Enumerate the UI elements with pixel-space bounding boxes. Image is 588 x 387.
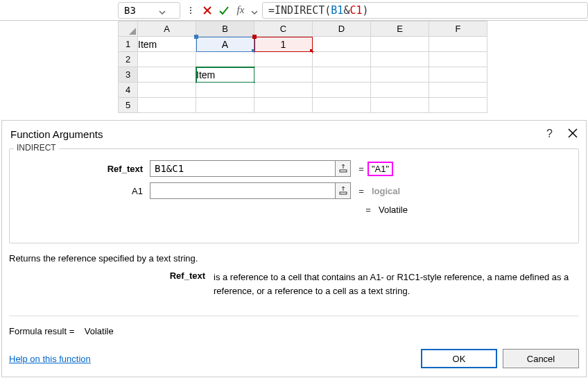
arg1-result: "A1" [369,163,392,175]
fx-icon[interactable]: fx [234,4,247,17]
collapse-dialog-icon[interactable] [335,183,350,198]
arg-description: Ref_text is a reference to a cell that c… [9,270,579,298]
formula-fn: INDIRECT [275,4,325,17]
cell-C3[interactable] [254,67,313,83]
arg1-input-wrap [150,160,351,177]
volatile-result: Volatile [379,205,408,215]
cancel-button[interactable]: Cancel [503,349,579,368]
cell-E2[interactable] [371,52,429,67]
cell-A2[interactable] [138,52,196,67]
cell-F5[interactable] [429,98,487,113]
cell-D3[interactable] [313,67,371,83]
formula-arg-b1: B1 [331,4,343,17]
divider [9,316,579,316]
cell-C5[interactable] [254,98,313,113]
cell-D2[interactable] [313,52,371,67]
fieldset-legend: INDIRECT [14,143,59,153]
cell-C4[interactable] [254,83,313,98]
cell-C1[interactable]: 1 [254,37,313,52]
arg-desc-text: is a reference to a cell that contains a… [214,270,579,298]
svg-rect-6 [340,192,347,194]
arg-row-ref-text: Ref_text = "A1" [18,160,570,177]
help-icon[interactable]: ? [546,128,553,140]
cell-E5[interactable] [371,98,429,113]
cell-B5[interactable] [196,98,254,113]
arg2-input-wrap [150,182,351,199]
svg-rect-4 [340,170,347,172]
arg2-input[interactable] [150,183,335,198]
function-arguments-dialog: Function Arguments ? INDIRECT Ref_text =… [1,120,587,377]
cell-F2[interactable] [429,52,487,67]
row-header-1[interactable]: 1 [119,37,138,52]
equals-sign: = [358,205,379,215]
col-header-E[interactable]: E [371,22,429,37]
name-box[interactable] [124,5,159,16]
arg2-label: A1 [18,186,150,196]
chevron-down-icon[interactable] [159,7,166,14]
cell-D5[interactable] [313,98,371,113]
col-header-C[interactable]: C [254,22,313,37]
collapse-dialog-icon[interactable] [335,161,350,176]
chevron-down-icon[interactable] [251,7,258,14]
cancel-x-icon[interactable] [201,4,214,17]
accept-check-icon[interactable] [218,4,230,17]
formula-arg-c1: C1 [349,4,362,17]
col-header-D[interactable]: D [313,22,371,37]
cell-F4[interactable] [429,83,487,98]
cell-E1[interactable] [371,37,429,52]
row-header-4[interactable]: 4 [119,83,138,98]
row-header-5[interactable]: 5 [119,98,138,113]
col-header-F[interactable]: F [429,22,487,37]
cell-B2[interactable] [196,52,254,67]
formula-result: Formula result = Volatile [9,326,586,336]
cell-A5[interactable] [138,98,196,113]
name-box-wrap[interactable] [118,2,180,19]
col-header-A[interactable]: A [138,22,196,37]
row-header-3[interactable]: 3 [119,67,138,83]
cell-A4[interactable] [138,83,196,98]
cell-A1[interactable]: Item [138,37,196,52]
cell-F3[interactable] [429,67,487,83]
formula-eq: = [268,4,275,17]
cell-C2[interactable] [254,52,313,67]
equals-sign: = [351,186,372,196]
dialog-titlebar: Function Arguments ? [2,121,586,144]
volatile-row: = Volatile [18,205,570,215]
formula-input[interactable]: = INDIRECT ( B1 & C1 ) [262,2,588,19]
vertical-dots-icon[interactable] [184,4,197,17]
help-link[interactable]: Help on this function [9,354,415,364]
select-all-corner[interactable] [119,22,138,37]
arg1-label: Ref_text [18,164,150,174]
cell-B4[interactable] [196,83,254,98]
cell-B3[interactable]: Item [196,67,254,83]
dialog-title: Function Arguments [10,128,546,140]
arg2-result: logical [372,186,400,196]
cell-A3[interactable] [138,67,196,83]
cell-D1[interactable] [313,37,371,52]
arg1-input[interactable] [150,161,335,176]
cell-D4[interactable] [313,83,371,98]
cell-E4[interactable] [371,83,429,98]
col-header-B[interactable]: B [196,22,254,37]
row-header-2[interactable]: 2 [119,52,138,67]
dialog-bottom-row: Help on this function OK Cancel [9,349,579,368]
function-description: Returns the reference specified by a tex… [9,253,586,264]
arg-row-a1: A1 = logical [18,182,570,199]
close-icon[interactable] [568,128,578,140]
formula-bar: fx = INDIRECT ( B1 & C1 ) [0,0,588,21]
cell-F1[interactable] [429,37,487,52]
cell-B1[interactable]: A [196,37,254,52]
cell-E3[interactable] [371,67,429,83]
indirect-fieldset: INDIRECT Ref_text = "A1" A1 = logic [9,148,579,243]
arg-desc-label: Ref_text [9,270,214,298]
spreadsheet: A B C D E F 1 Item A 1 2 3 I [0,21,588,113]
ok-button[interactable]: OK [421,349,497,368]
